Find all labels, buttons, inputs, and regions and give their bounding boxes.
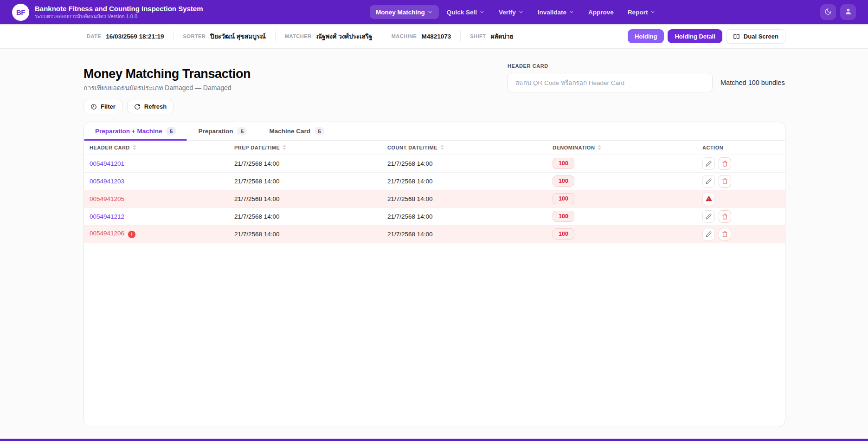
warning-button[interactable] [702,193,715,205]
table-row: 0054941212 21/7/2568 14:00 21/7/2568 14:… [84,208,785,225]
table-row: 0054941201 21/7/2568 14:00 21/7/2568 14:… [84,155,785,172]
trash-icon [722,178,728,184]
pencil-icon [706,214,712,220]
tab-preparation[interactable]: Preparation5 [187,122,258,140]
delete-button[interactable] [719,175,731,188]
tab-count-badge: 5 [237,127,247,136]
column-header-denomination[interactable]: DENOMINATION [547,141,697,155]
denomination-badge: 100 [553,228,574,240]
dual-screen-icon [733,33,740,40]
prep-datetime-cell: 21/7/2568 14:00 [229,225,382,243]
moon-icon [824,8,832,17]
nav-item-verify[interactable]: Verify [493,5,530,19]
app-logo: BF [12,4,29,21]
tab-count-badge: 5 [315,127,324,136]
alert-badge-icon: ! [128,231,135,238]
chevron-down-icon [427,9,433,15]
header-card-link[interactable]: 0054941212 [90,213,124,220]
navbar-icons [820,4,856,20]
session-field-sorter: SORTERปิยะวัฒน์ สุขสมบูรณ์ [174,31,275,41]
sort-icon [440,145,444,150]
main-nav: Money MatchingQuick SellVerifyInvalidate… [370,5,662,19]
delete-button[interactable] [719,228,731,240]
header-card-link[interactable]: 0054941201 [90,160,124,167]
column-header-count-date-time[interactable]: COUNT DATE/TIME [382,141,547,155]
matched-bundles-text: Matched 100 bundles [720,79,785,86]
delete-button[interactable] [719,210,731,223]
header-card-section: HEADER CARD Matched 100 bundles [508,63,786,92]
count-datetime-cell: 21/7/2568 14:00 [382,208,547,225]
filter-icon [90,104,97,110]
main-content: Money Matching Transaction การเทียบยอดธน… [0,49,868,427]
sort-icon [283,145,286,150]
header-card-label: HEADER CARD [508,63,786,69]
prep-datetime-cell: 21/7/2568 14:00 [229,208,382,225]
pencil-icon [706,161,712,167]
tab-count-badge: 5 [166,127,176,136]
column-header-prep-date-time[interactable]: PREP DATE/TIME [229,141,382,155]
header-card-link[interactable]: 0054941206 [90,230,124,237]
header-card-link[interactable]: 0054941203 [90,178,124,185]
action-cell [697,172,785,190]
action-cell [697,225,785,243]
top-navbar: BF Banknote Fitness and Counting Inspect… [0,0,868,24]
refresh-icon [134,104,141,110]
column-header-action: ACTION [697,141,785,155]
chevron-down-icon [569,9,574,15]
count-datetime-cell: 21/7/2568 14:00 [382,172,547,190]
transactions-table: HEADER CARDPREP DATE/TIMECOUNT DATE/TIME… [84,141,785,243]
prep-datetime-cell: 21/7/2568 14:00 [229,190,382,208]
transactions-card: Preparation + Machine5Preparation5Machin… [84,122,785,427]
delete-button[interactable] [719,157,731,170]
nav-item-quick-sell[interactable]: Quick Sell [441,5,491,19]
nav-item-report[interactable]: Report [622,5,662,19]
edit-button[interactable] [702,157,715,170]
action-cell [697,208,785,225]
holding-button[interactable]: Holding [628,29,664,43]
prep-datetime-cell: 21/7/2568 14:00 [229,172,382,190]
edit-button[interactable] [702,175,715,188]
trash-icon [722,231,728,237]
app-subtitle: ระบบตรวจสอบการนับคัดธนบัตร Version 1.0.0 [35,13,203,19]
denomination-badge: 100 [553,211,574,222]
user-menu-button[interactable] [840,4,856,20]
header-card-link[interactable]: 0054941205 [90,195,124,202]
trash-icon [722,161,728,167]
table-row: 0054941206! 21/7/2568 14:00 21/7/2568 14… [84,225,785,243]
denomination-badge: 100 [553,193,574,204]
dual-screen-button[interactable]: Dual Screen [726,29,785,44]
brand: BF Banknote Fitness and Counting Inspect… [12,4,203,21]
nav-item-money-matching[interactable]: Money Matching [370,5,439,19]
action-cell [697,155,785,172]
nav-item-approve[interactable]: Approve [582,5,620,19]
count-datetime-cell: 21/7/2568 14:00 [382,190,547,208]
nav-item-invalidate[interactable]: Invalidate [532,5,580,19]
table-header-row: HEADER CARDPREP DATE/TIMECOUNT DATE/TIME… [84,141,785,155]
session-field-shift: SHIFTผลัดบ่าย [460,31,522,41]
sort-icon [133,145,136,150]
chevron-down-icon [518,9,524,15]
edit-button[interactable] [702,228,715,240]
filter-button[interactable]: Filter [84,100,122,113]
session-field-date: DATE16/03/2569 18:21:19 [87,33,174,40]
chevron-down-icon [650,9,656,15]
footer-bar [0,439,868,441]
tab-machine-card[interactable]: Machine Card5 [258,122,335,140]
warning-triangle-icon [706,195,712,202]
table-row: 0054941205 21/7/2568 14:00 21/7/2568 14:… [84,190,785,208]
edit-button[interactable] [702,210,715,223]
count-datetime-cell: 21/7/2568 14:00 [382,155,547,172]
tab-preparation-machine[interactable]: Preparation + Machine5 [84,122,187,140]
tabbar: Preparation + Machine5Preparation5Machin… [84,122,785,141]
refresh-button[interactable]: Refresh [127,100,174,113]
header-card-input[interactable] [508,73,713,92]
column-header-header-card[interactable]: HEADER CARD [84,141,229,155]
session-infobar: DATE16/03/2569 18:21:19SORTERปิยะวัฒน์ ส… [0,24,868,49]
action-cell [697,190,785,208]
denomination-badge: 100 [553,158,574,169]
pencil-icon [706,178,712,184]
app-title: Banknote Fitness and Counting Inspection… [35,5,203,13]
holding-detail-button[interactable]: Holding Detail [668,29,722,43]
trash-icon [722,214,728,220]
dark-mode-toggle-button[interactable] [820,4,836,20]
